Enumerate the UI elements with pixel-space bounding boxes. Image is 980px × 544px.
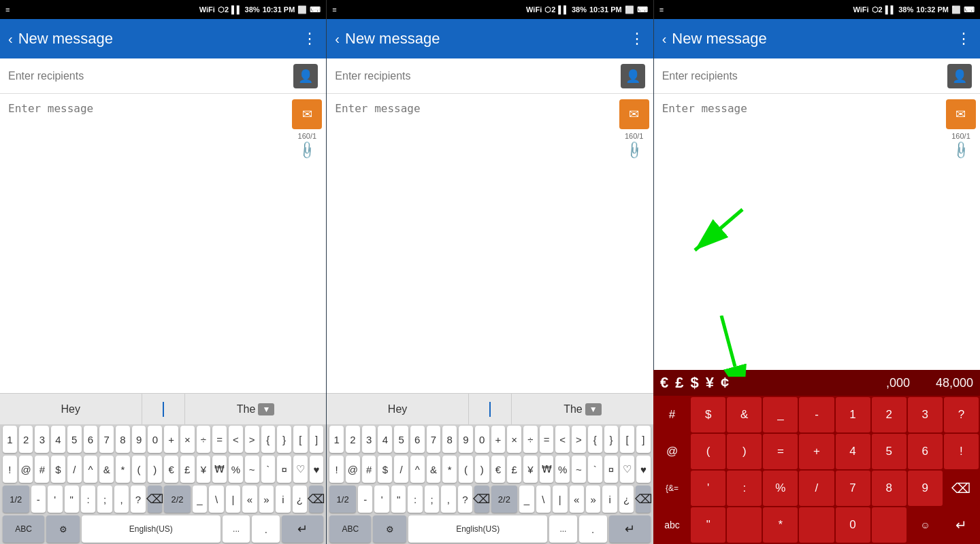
key-backtick-1[interactable]: `	[261, 456, 276, 483]
ckey-excl[interactable]: !	[944, 434, 979, 469]
k-apos[interactable]: '	[374, 486, 389, 513]
ckey-9[interactable]: 9	[908, 471, 943, 506]
k-2[interactable]: 2	[346, 426, 360, 453]
key-rguil-1[interactable]: »	[259, 486, 274, 513]
key-won-1[interactable]: ₩	[212, 456, 227, 483]
key-7-1[interactable]: 7	[99, 426, 114, 453]
key-pipe-1[interactable]: |	[226, 486, 240, 513]
k-lpar[interactable]: (	[459, 456, 473, 483]
more-menu-1[interactable]: ⋮	[302, 30, 318, 48]
key-lpar-1[interactable]: (	[132, 456, 146, 483]
k-won[interactable]: ₩	[540, 456, 554, 483]
key-pct-1[interactable]: %	[229, 456, 243, 483]
key-apos-1[interactable]: '	[48, 486, 62, 513]
key-colon-1[interactable]: :	[81, 486, 95, 513]
key-amp-1[interactable]: &	[99, 456, 114, 483]
more-menu-2[interactable]: ⋮	[630, 30, 645, 48]
key-space-1[interactable]: English(US)	[82, 515, 220, 543]
ckey-abc[interactable]: abc	[655, 507, 689, 543]
currency-48000[interactable]: 48,000	[936, 376, 973, 390]
key-dots-1[interactable]: ...	[223, 515, 250, 543]
k-dots[interactable]: ...	[549, 515, 577, 543]
suggestion-hey-2[interactable]: Hey	[327, 394, 469, 424]
k-lt[interactable]: <	[555, 426, 570, 453]
ckey-plus[interactable]: +	[799, 434, 834, 469]
send-button-2[interactable]: ✉	[619, 99, 649, 129]
attach-icon-2[interactable]: 📎	[623, 139, 644, 160]
k-enter[interactable]: ↵	[609, 515, 651, 543]
key-semi-1[interactable]: ;	[97, 486, 112, 513]
ckey-star[interactable]: *	[763, 507, 798, 543]
ckey-dollar[interactable]: $	[691, 397, 725, 432]
key-lt-1[interactable]: <	[229, 426, 243, 453]
k-22[interactable]: 2/2	[491, 486, 518, 513]
send-button-3[interactable]: ✉	[946, 99, 976, 129]
k-del2[interactable]: ⌫	[636, 486, 650, 513]
k-rguil[interactable]: »	[586, 486, 600, 513]
k-excl[interactable]: !	[329, 456, 344, 483]
key-comma-1[interactable]: ,	[114, 486, 129, 513]
k-yen[interactable]: ¥	[523, 456, 538, 483]
ckey-fslash[interactable]: /	[799, 471, 834, 506]
k-0[interactable]: 0	[475, 426, 489, 453]
k-quote[interactable]: "	[391, 486, 406, 513]
back-arrow-3[interactable]: ‹	[662, 31, 667, 47]
key-dollar-1[interactable]: $	[51, 456, 65, 483]
k-dollar[interactable]: $	[378, 456, 392, 483]
ckey-lpar[interactable]: (	[691, 434, 725, 469]
k-minus[interactable]: -	[358, 486, 372, 513]
k-space[interactable]: English(US)	[408, 515, 547, 543]
k-period[interactable]: .	[579, 515, 607, 543]
pound-symbol[interactable]: £	[675, 374, 683, 392]
key-heart2-1[interactable]: ♥	[310, 456, 324, 483]
key-2-1[interactable]: 2	[19, 426, 33, 453]
key-5-1[interactable]: 5	[67, 426, 82, 453]
k-pipe[interactable]: |	[553, 486, 567, 513]
key-caret-1[interactable]: ^	[84, 456, 98, 483]
ckey-8[interactable]: 8	[872, 471, 906, 506]
key-gear-1[interactable]: ⚙	[46, 515, 80, 543]
send-button-1[interactable]: ✉	[292, 99, 322, 129]
key-6-1[interactable]: 6	[84, 426, 98, 453]
recipients-input-1[interactable]	[8, 70, 288, 82]
ckey-minus[interactable]: -	[799, 397, 834, 432]
attach-icon-1[interactable]: 📎	[297, 139, 318, 160]
k-times[interactable]: ×	[507, 426, 521, 453]
key-rsq-1[interactable]: ]	[310, 426, 324, 453]
key-period-1[interactable]: .	[252, 515, 280, 543]
k-lsq[interactable]: [	[620, 426, 634, 453]
ckey-colon[interactable]: :	[727, 471, 762, 506]
ckey-smile[interactable]: ☺	[908, 507, 943, 543]
k-abc[interactable]: ABC	[329, 515, 371, 543]
key-12-1[interactable]: 1/2	[3, 486, 29, 513]
key-yen-1[interactable]: ¥	[197, 456, 211, 483]
k-backtick[interactable]: `	[588, 456, 602, 483]
key-plus-1[interactable]: +	[164, 426, 178, 453]
ckey-enter[interactable]: ↵	[944, 507, 979, 543]
k-iqm[interactable]: ¿	[619, 486, 634, 513]
key-lsq-1[interactable]: [	[293, 426, 308, 453]
k-amp[interactable]: &	[427, 456, 441, 483]
k-eq[interactable]: =	[540, 426, 554, 453]
key-1-1[interactable]: 1	[3, 426, 17, 453]
dropdown-arrow-1[interactable]: ▼	[258, 403, 274, 415]
k-9[interactable]: 9	[459, 426, 473, 453]
k-heart[interactable]: ♡	[620, 456, 634, 483]
key-gt-1[interactable]: >	[245, 426, 259, 453]
key-del2-1[interactable]: ⌫	[309, 486, 323, 513]
key-22-1[interactable]: 2/2	[164, 486, 191, 513]
euro-symbol[interactable]: €	[660, 374, 668, 392]
k-under[interactable]: _	[519, 486, 534, 513]
dollar-symbol[interactable]: $	[690, 374, 698, 392]
recipients-input-2[interactable]	[335, 70, 615, 82]
key-iqm-1[interactable]: ¿	[293, 486, 307, 513]
key-9-1[interactable]: 9	[132, 426, 146, 453]
k-del[interactable]: ⌫	[474, 486, 489, 513]
message-input-2[interactable]	[327, 94, 615, 393]
key-0-1[interactable]: 0	[148, 426, 162, 453]
k-gt[interactable]: >	[572, 426, 586, 453]
key-under-1[interactable]: _	[193, 486, 207, 513]
k-gear[interactable]: ⚙	[373, 515, 406, 543]
key-abc-1[interactable]: ABC	[3, 515, 44, 543]
k-4[interactable]: 4	[378, 426, 392, 453]
